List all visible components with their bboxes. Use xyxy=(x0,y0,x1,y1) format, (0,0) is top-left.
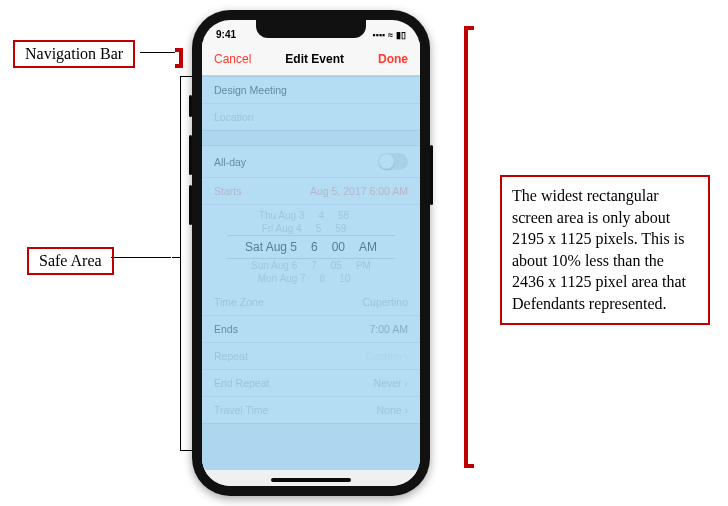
connector-line xyxy=(111,257,171,258)
end-repeat-label: End Repeat xyxy=(214,377,269,389)
wifi-icon: ≈ xyxy=(388,30,393,40)
time-zone-row[interactable]: Time Zone Cupertino xyxy=(202,289,420,316)
nav-bar-bracket xyxy=(175,48,183,68)
event-title-text: Design Meeting xyxy=(214,84,287,96)
repeat-row[interactable]: Repeat Custom › xyxy=(202,343,420,370)
all-day-row: All-day xyxy=(202,146,420,178)
volume-up-button xyxy=(189,135,192,175)
time-zone-label: Time Zone xyxy=(214,296,264,308)
form-content: Design Meeting Location All-day Starts A… xyxy=(202,76,420,486)
status-time: 9:41 xyxy=(216,29,236,40)
all-day-toggle[interactable] xyxy=(378,153,408,170)
connector-line xyxy=(180,76,192,77)
volume-down-button xyxy=(189,185,192,225)
date-picker-selected: Sat Aug 5600AM xyxy=(227,235,395,259)
mute-switch xyxy=(189,95,192,117)
done-button[interactable]: Done xyxy=(378,52,408,66)
full-height-bracket xyxy=(464,26,474,468)
phone-frame: 9:41 ▪▪▪▪ ≈ ▮▯ Cancel Edit Event Done De… xyxy=(192,10,430,496)
connector-line xyxy=(140,52,175,53)
ends-label: Ends xyxy=(214,323,238,335)
connector-line xyxy=(172,257,180,258)
home-indicator[interactable] xyxy=(271,478,351,482)
navigation-bar-label: Navigation Bar xyxy=(13,40,135,68)
repeat-value: Custom › xyxy=(365,350,408,362)
page-title: Edit Event xyxy=(285,52,344,66)
power-button xyxy=(430,145,433,205)
date-picker[interactable]: Thu Aug 3458 Fri Aug 4559 Sat Aug 5600AM… xyxy=(202,205,420,289)
starts-row[interactable]: Starts Aug 5, 2017 6:00 AM xyxy=(202,178,420,205)
battery-icon: ▮▯ xyxy=(396,30,406,40)
starts-value: Aug 5, 2017 6:00 AM xyxy=(310,185,408,197)
event-title-field[interactable]: Design Meeting xyxy=(202,77,420,104)
end-repeat-row[interactable]: End Repeat Never › xyxy=(202,370,420,397)
ends-row[interactable]: Ends 7:00 AM xyxy=(202,316,420,343)
time-zone-value: Cupertino xyxy=(362,296,408,308)
repeat-label: Repeat xyxy=(214,350,248,362)
description-text: The widest rectangular screen area is on… xyxy=(500,175,710,325)
travel-time-row[interactable]: Travel Time None › xyxy=(202,397,420,423)
safe-area-label: Safe Area xyxy=(27,247,114,275)
connector-line xyxy=(180,450,192,451)
event-location-field[interactable]: Location xyxy=(202,104,420,130)
screen: 9:41 ▪▪▪▪ ≈ ▮▯ Cancel Edit Event Done De… xyxy=(202,20,420,486)
starts-label: Starts xyxy=(214,185,241,197)
navigation-bar: Cancel Edit Event Done xyxy=(202,42,420,76)
signal-icon: ▪▪▪▪ xyxy=(372,30,385,40)
end-repeat-value: Never › xyxy=(374,377,408,389)
event-location-text: Location xyxy=(214,111,254,123)
all-day-label: All-day xyxy=(214,156,246,168)
ends-value: 7:00 AM xyxy=(369,323,408,335)
notch xyxy=(256,20,366,38)
connector-line xyxy=(180,76,181,451)
travel-time-label: Travel Time xyxy=(214,404,268,416)
cancel-button[interactable]: Cancel xyxy=(214,52,251,66)
travel-time-value: None › xyxy=(376,404,408,416)
